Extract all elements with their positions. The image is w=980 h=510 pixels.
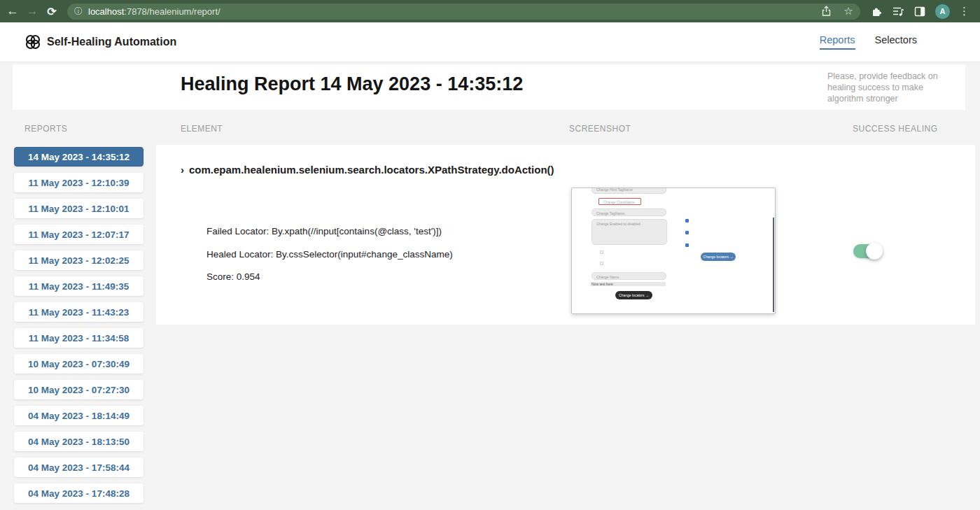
browser-refresh-button[interactable]: ⟳ xyxy=(42,1,62,21)
thumb-field-enabled: Change Enabled to disabled xyxy=(592,219,667,245)
column-header-success-healing: SUCCESS HEALING xyxy=(853,124,938,134)
nav-tab-reports[interactable]: Reports xyxy=(820,34,855,50)
app-title: Self-Healing Automation xyxy=(47,36,176,48)
report-banner: Healing Report 14 May 2023 - 14:35:12 Pl… xyxy=(13,64,965,110)
report-list-item[interactable]: 10 May 2023 - 07:30:49 xyxy=(14,354,144,374)
report-item-label: 10 May 2023 - 07:30:49 xyxy=(28,359,130,369)
side-panel-icon[interactable] xyxy=(913,5,926,17)
report-item-label: 14 May 2023 - 14:35:12 xyxy=(28,152,130,162)
thumb-scrollbar xyxy=(773,218,774,312)
element-name-row[interactable]: › com.epam.healenium.selenium.search.loc… xyxy=(181,164,554,176)
report-item-label: 11 May 2023 - 12:10:39 xyxy=(28,178,129,188)
report-list-item[interactable]: 11 May 2023 - 12:10:39 xyxy=(14,173,144,192)
failed-locator-text: Failed Locator: By.xpath(//input[contain… xyxy=(206,226,442,236)
thumb-checkbox-icon xyxy=(600,250,603,254)
thumb-change-locators-dark-button: Change locators → xyxy=(615,291,652,299)
report-item-label: 11 May 2023 - 12:07:17 xyxy=(28,229,129,240)
report-item-label: 11 May 2023 - 11:49:35 xyxy=(29,281,129,292)
app-header: Self-Healing Automation Reports Selector… xyxy=(0,22,980,62)
healing-screenshot-thumbnail[interactable]: Change Html TagName Change ClassName Cha… xyxy=(571,187,776,314)
report-list-item[interactable]: 11 May 2023 - 11:43:23 xyxy=(14,302,144,322)
expand-chevron-icon: › xyxy=(181,164,184,176)
browser-actions: A ⋮ xyxy=(870,4,974,19)
extensions-puzzle-icon[interactable] xyxy=(870,5,883,17)
healed-locator-text: Healed Locator: By.cssSelector(input#cha… xyxy=(206,249,453,260)
report-item-label: 10 May 2023 - 07:27:30 xyxy=(28,385,130,395)
report-item-label: 11 May 2023 - 11:34:58 xyxy=(29,333,129,343)
report-item-label: 04 May 2023 - 18:13:50 xyxy=(28,437,130,447)
top-navigation: Reports Selectors xyxy=(820,34,917,50)
report-list-item[interactable]: 11 May 2023 - 12:10:01 xyxy=(14,199,144,218)
thumb-field-classname-highlighted: Change ClassName xyxy=(598,198,641,205)
healenium-logo-icon xyxy=(24,34,41,50)
url-text: localhost:7878/healenium/report/ xyxy=(88,6,220,17)
report-list-item[interactable]: 04 May 2023 - 17:48:28 xyxy=(14,483,144,503)
browser-toolbar: ← → ⟳ ⓘ localhost:7878/healenium/report/… xyxy=(0,0,980,22)
report-item-label: 04 May 2023 - 18:14:49 xyxy=(28,411,130,421)
report-list-item[interactable]: 14 May 2023 - 14:35:12 xyxy=(14,147,144,167)
toggle-knob xyxy=(866,243,883,260)
score-text: Score: 0.954 xyxy=(206,271,260,282)
report-list-item[interactable]: 04 May 2023 - 18:13:50 xyxy=(14,432,144,451)
report-list-item[interactable]: 11 May 2023 - 11:49:35 xyxy=(14,276,144,296)
bookmark-star-icon[interactable]: ☆ xyxy=(842,5,855,17)
report-item-label: 11 May 2023 - 12:02:25 xyxy=(28,255,129,266)
report-list-item[interactable]: 04 May 2023 - 17:58:44 xyxy=(14,458,144,477)
healing-result-panel: › com.epam.healenium.selenium.search.loc… xyxy=(156,145,975,325)
url-host: localhost xyxy=(88,6,124,17)
share-icon[interactable] xyxy=(820,5,832,17)
thumb-field-html-tagname: Change Html TagName xyxy=(592,187,666,194)
report-list-item[interactable]: 04 May 2023 - 18:14:49 xyxy=(14,406,144,425)
report-item-label: 04 May 2023 - 17:58:44 xyxy=(28,462,130,473)
media-controls-icon[interactable] xyxy=(892,5,904,17)
feedback-note: Please, provide feedback on healing succ… xyxy=(827,71,946,104)
thumb-checkbox-icon xyxy=(600,262,603,265)
browser-menu-icon[interactable]: ⋮ xyxy=(959,5,974,17)
thumb-field-tagname: Change TagName xyxy=(592,208,666,216)
nav-tab-selectors[interactable]: Selectors xyxy=(875,34,917,50)
thumb-checkbox-icon xyxy=(685,243,689,247)
report-list-item[interactable]: 11 May 2023 - 11:34:58 xyxy=(14,328,144,348)
site-info-icon[interactable]: ⓘ xyxy=(74,6,83,17)
column-header-element: ELEMENT xyxy=(181,124,223,134)
report-list-item[interactable]: 10 May 2023 - 07:27:30 xyxy=(14,380,144,399)
element-name: com.epam.healenium.selenium.search.locat… xyxy=(189,164,554,176)
report-list-item[interactable]: 11 May 2023 - 12:07:17 xyxy=(14,225,144,244)
address-bar[interactable]: ⓘ localhost:7878/healenium/report/ ☆ xyxy=(67,3,860,20)
report-item-label: 04 May 2023 - 17:48:28 xyxy=(28,488,130,499)
column-header-screenshot: SCREENSHOT xyxy=(569,124,631,134)
report-item-label: 11 May 2023 - 12:10:01 xyxy=(28,204,129,214)
page-title: Healing Report 14 May 2023 - 14:35:12 xyxy=(181,73,523,95)
thumb-checkbox-icon xyxy=(685,219,689,222)
report-item-label: 11 May 2023 - 11:43:23 xyxy=(29,307,129,318)
thumb-field-name: Change Name xyxy=(592,272,666,280)
report-list-item[interactable]: 11 May 2023 - 12:02:25 xyxy=(14,250,144,270)
reports-sidebar: 14 May 2023 - 14:35:12 11 May 2023 - 12:… xyxy=(14,147,144,509)
thumb-change-locators-button: Change locators → xyxy=(701,253,736,261)
profile-avatar[interactable]: A xyxy=(935,4,950,19)
url-path: :7878/healenium/report/ xyxy=(124,6,220,17)
browser-back-button[interactable]: ← xyxy=(3,1,22,21)
browser-forward-button[interactable]: → xyxy=(22,1,42,21)
column-header-reports: REPORTS xyxy=(24,124,67,134)
thumb-note-bar: Now test here xyxy=(590,282,666,286)
thumb-checkbox-icon xyxy=(685,231,689,234)
success-healing-toggle[interactable] xyxy=(853,244,881,258)
